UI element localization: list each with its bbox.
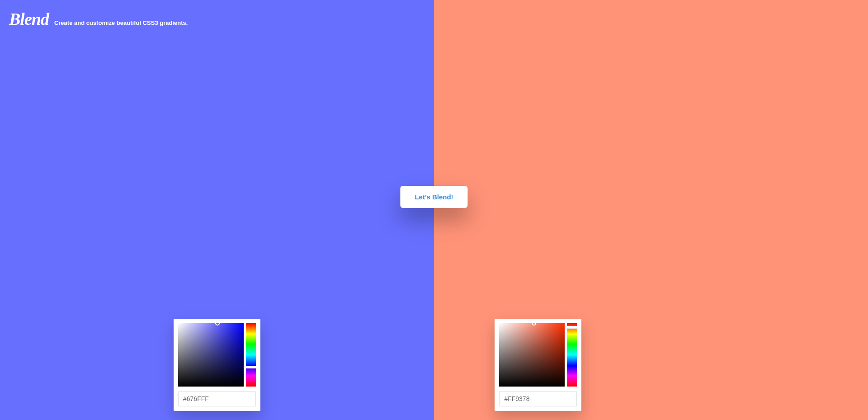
- hue-indicator-right: [566, 326, 578, 329]
- color-picker-right: [495, 319, 581, 411]
- hex-input-right[interactable]: [499, 391, 577, 406]
- blend-button[interactable]: Let's Blend!: [400, 186, 467, 208]
- header: Blend Create and customize beautiful CSS…: [9, 9, 188, 29]
- hue-slider-right[interactable]: [567, 323, 577, 387]
- saturation-indicator-right: [532, 321, 536, 326]
- color-picker-left: [174, 319, 260, 411]
- tagline: Create and customize beautiful CSS3 grad…: [54, 19, 188, 26]
- hue-indicator-left: [245, 366, 257, 368]
- saturation-indicator-left: [215, 321, 220, 326]
- hex-input-left[interactable]: [178, 391, 256, 406]
- saturation-area-left[interactable]: [178, 323, 244, 387]
- logo: Blend: [9, 9, 49, 29]
- hue-slider-left[interactable]: [246, 323, 256, 387]
- color-panels-container: [0, 0, 868, 420]
- saturation-area-right[interactable]: [499, 323, 565, 387]
